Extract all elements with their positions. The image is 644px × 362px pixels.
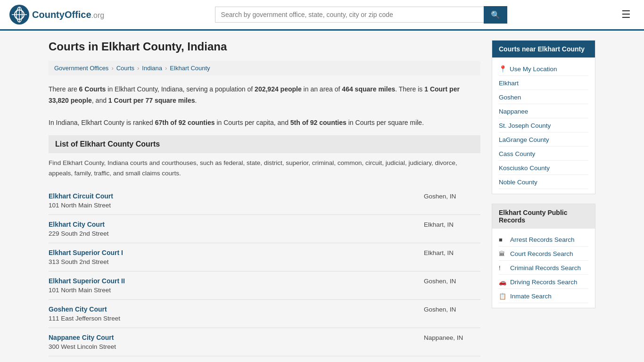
table-row: Elkhart Circuit Court Goshen, IN 101 Nor… (49, 187, 480, 215)
list-header: List of Elkhart County Courts (49, 135, 480, 153)
court-link-4[interactable]: Goshen City Court (49, 305, 107, 313)
court-name-4: Goshen City Court (49, 305, 107, 313)
record-item-1[interactable]: 🏛 Court Records Search (499, 247, 588, 261)
search-input[interactable] (215, 7, 484, 23)
nearby-link-5[interactable]: Cass County (499, 150, 535, 157)
record-link-3[interactable]: Driving Records Search (510, 279, 578, 286)
table-row: Elkhart Superior Court I Elkhart, IN 313… (49, 243, 480, 272)
record-icon-0: ■ (499, 236, 506, 243)
table-row: Elkhart City Court Elkhart, IN 229 South… (49, 215, 480, 243)
court-link-3[interactable]: Elkhart Superior Court II (49, 277, 125, 285)
desc-para-2: In Indiana, Elkhart County is ranked 67t… (49, 117, 480, 129)
sidebar: Courts near Elkhart County 📍 Use My Loca… (492, 40, 595, 356)
court-location-5: Nappanee, IN (424, 334, 480, 341)
breadcrumb-sep-3: › (165, 65, 167, 72)
logo-area: CountyOffice.org (9, 5, 104, 25)
breadcrumb-sep-1: › (111, 65, 113, 72)
search-button[interactable]: 🔍 (484, 6, 507, 24)
nearby-item-3[interactable]: St. Joseph County (499, 119, 588, 132)
court-link-2[interactable]: Elkhart Superior Court I (49, 249, 123, 256)
nearby-section: Courts near Elkhart County 📍 Use My Loca… (492, 40, 595, 194)
breadcrumb-courts[interactable]: Courts (116, 65, 134, 72)
breadcrumb-indiana[interactable]: Indiana (142, 65, 162, 72)
nearby-list: 📍 Use My Location ElkhartGoshenNappaneeS… (492, 58, 595, 194)
court-link-0[interactable]: Elkhart Circuit Court (49, 192, 113, 200)
breadcrumb: Government Offices › Courts › Indiana › … (49, 61, 480, 75)
record-link-0[interactable]: Arrest Records Search (510, 236, 575, 243)
court-address-4: 111 East Jefferson Street (49, 315, 480, 322)
record-icon-1: 🏛 (499, 250, 506, 257)
logo-icon (9, 5, 29, 25)
nearby-link-2[interactable]: Nappanee (499, 108, 528, 115)
courts-list: Elkhart Circuit Court Goshen, IN 101 Nor… (49, 187, 480, 356)
desc-para-1: There are 6 Courts in Elkhart County, In… (49, 84, 480, 107)
population: 202,924 people (255, 85, 302, 93)
record-icon-2: ! (499, 264, 506, 272)
court-location-3: Goshen, IN (424, 278, 480, 285)
page-title: Courts in Elkhart County, Indiana (49, 40, 480, 53)
header: CountyOffice.org 🔍 ☰ (0, 0, 644, 31)
nearby-link-3[interactable]: St. Joseph County (499, 122, 551, 129)
records-list: ■ Arrest Records Search 🏛 Court Records … (492, 229, 595, 308)
court-name-0: Elkhart Circuit Court (49, 192, 113, 200)
rank2: 5th of 92 counties (290, 119, 347, 126)
court-address-0: 101 North Main Street (49, 202, 480, 209)
breadcrumb-elkhart-county[interactable]: Elkhart County (170, 65, 210, 72)
ratio2: 1 Court per 77 square miles (108, 97, 195, 104)
court-location-2: Elkhart, IN (424, 249, 480, 256)
record-item-4[interactable]: 📋 Inmate Search (499, 290, 588, 303)
use-my-location-item[interactable]: 📍 Use My Location (499, 62, 588, 76)
court-name-2: Elkhart Superior Court I (49, 249, 123, 256)
records-header: Elkhart County Public Records (492, 204, 595, 229)
nearby-item-6[interactable]: Kosciusko County (499, 162, 588, 175)
description: There are 6 Courts in Elkhart County, In… (49, 84, 480, 129)
record-item-3[interactable]: 🚗 Driving Records Search (499, 276, 588, 289)
rank1: 67th of 92 counties (155, 119, 215, 126)
nearby-link-6[interactable]: Kosciusko County (499, 165, 550, 172)
use-my-location-link[interactable]: Use My Location (510, 66, 557, 73)
search-area: 🔍 (215, 6, 507, 24)
court-name-5: Nappanee City Court (49, 334, 114, 341)
nearby-item-5[interactable]: Cass County (499, 148, 588, 161)
nearby-item-2[interactable]: Nappanee (499, 105, 588, 118)
court-link-1[interactable]: Elkhart City Court (49, 221, 105, 228)
record-link-2[interactable]: Criminal Records Search (510, 264, 581, 272)
breadcrumb-gov-offices[interactable]: Government Offices (54, 65, 108, 72)
record-item-2[interactable]: ! Criminal Records Search (499, 262, 588, 275)
menu-button[interactable]: ☰ (618, 7, 635, 23)
court-address-3: 101 North Main Street (49, 287, 480, 294)
nearby-link-7[interactable]: Noble County (499, 179, 537, 186)
court-address-5: 300 West Lincoln Street (49, 343, 480, 350)
area: 464 square miles (342, 85, 395, 93)
court-location-1: Elkhart, IN (424, 221, 480, 228)
nearby-link-1[interactable]: Goshen (499, 94, 521, 101)
breadcrumb-sep-2: › (137, 65, 139, 72)
nearby-item-1[interactable]: Goshen (499, 91, 588, 104)
court-name-1: Elkhart City Court (49, 221, 105, 228)
table-row: Nappanee City Court Nappanee, IN 300 Wes… (49, 328, 480, 356)
nearby-link-0[interactable]: Elkhart (499, 80, 519, 87)
pin-icon: 📍 (499, 65, 507, 73)
record-link-1[interactable]: Court Records Search (510, 250, 573, 257)
court-address-2: 313 South 2nd Street (49, 258, 480, 265)
record-item-0[interactable]: ■ Arrest Records Search (499, 233, 588, 247)
nearby-item-7[interactable]: Noble County (499, 176, 588, 189)
nearby-item-4[interactable]: LaGrange County (499, 133, 588, 147)
court-name-3: Elkhart Superior Court II (49, 277, 125, 285)
table-row: Goshen City Court Goshen, IN 111 East Je… (49, 300, 480, 328)
nearby-header: Courts near Elkhart County (492, 41, 595, 58)
list-description: Find Elkhart County, Indiana courts and … (49, 158, 480, 178)
records-section: Elkhart County Public Records ■ Arrest R… (492, 204, 595, 308)
court-link-5[interactable]: Nappanee City Court (49, 334, 114, 341)
main-content: Courts in Elkhart County, Indiana Govern… (49, 40, 480, 356)
logo-text[interactable]: CountyOffice.org (32, 9, 104, 20)
record-icon-4: 📋 (499, 293, 506, 300)
court-location-0: Goshen, IN (424, 193, 480, 200)
record-link-4[interactable]: Inmate Search (510, 293, 552, 300)
page-content: Courts in Elkhart County, Indiana Govern… (39, 31, 605, 362)
table-row: Elkhart Superior Court II Goshen, IN 101… (49, 272, 480, 300)
nearby-link-4[interactable]: LaGrange County (499, 136, 549, 143)
nearby-item-0[interactable]: Elkhart (499, 77, 588, 90)
court-count: 6 Courts (79, 85, 106, 93)
court-address-1: 229 South 2nd Street (49, 230, 480, 237)
